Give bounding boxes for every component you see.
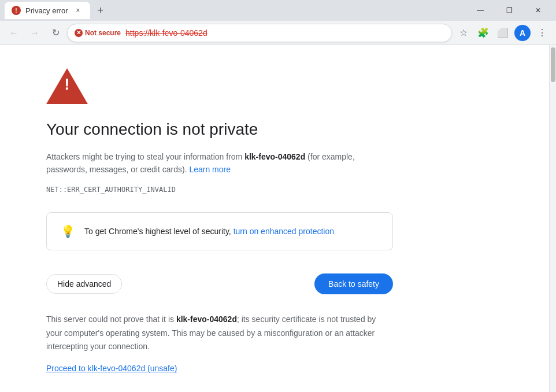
tab-close-button[interactable]: × xyxy=(73,5,83,16)
browser-body: ! Your connection is not private Attacke… xyxy=(0,45,556,392)
scrollbar-track[interactable] xyxy=(549,45,556,392)
window-controls: — ❐ ✕ xyxy=(467,2,551,19)
minimize-button[interactable]: — xyxy=(467,2,494,19)
back-button[interactable]: ← xyxy=(5,24,23,42)
warning-icon: ! xyxy=(46,68,503,106)
enhanced-protection-link[interactable]: turn on enhanced protection xyxy=(233,227,334,236)
title-bar: ! Privacy error × + — ❐ ✕ xyxy=(0,0,556,21)
error-code: NET::ERR_CERT_AUTHORITY_INVALID xyxy=(46,186,503,194)
security-dot-icon: ✕ xyxy=(75,29,83,37)
security-indicator: ✕ Not secure xyxy=(75,29,121,37)
security-suggestion-box: 💡 To get Chrome's highest level of secur… xyxy=(46,212,393,250)
bookmark-button[interactable]: ☆ xyxy=(454,24,473,42)
profile-button[interactable]: A xyxy=(513,24,532,42)
description: Attackers might be trying to steal your … xyxy=(46,150,393,176)
suggestion-before: To get Chrome's highest level of securit… xyxy=(84,227,233,236)
advanced-text: This server could not prove that it is k… xyxy=(46,313,393,354)
main-heading: Your connection is not private xyxy=(46,120,503,139)
scrollbar-thumb[interactable] xyxy=(551,47,555,82)
close-button[interactable]: ✕ xyxy=(525,2,551,19)
profile-avatar: A xyxy=(514,25,531,41)
back-to-safety-button[interactable]: Back to safety xyxy=(314,273,393,294)
url-text: https://klk-fevo-04062d xyxy=(125,28,444,38)
new-tab-button[interactable]: + xyxy=(92,2,109,19)
warning-triangle-icon: ! xyxy=(46,68,88,104)
toolbar-icons: ☆ 🧩 ⬜ A ⋮ xyxy=(454,24,551,42)
suggestion-text: To get Chrome's highest level of securit… xyxy=(84,227,334,236)
description-before: Attackers might be trying to steal your … xyxy=(46,152,244,161)
extensions-button[interactable]: 🧩 xyxy=(474,24,492,42)
active-tab[interactable]: ! Privacy error × xyxy=(5,2,90,19)
security-label: Not secure xyxy=(85,29,121,37)
toolbar: ← → ↻ ✕ Not secure https://klk-fevo-0406… xyxy=(0,21,556,45)
menu-button[interactable]: ⋮ xyxy=(533,24,551,42)
advanced-text-before: This server could not prove that it is xyxy=(46,315,176,324)
hide-advanced-button[interactable]: Hide advanced xyxy=(46,274,122,294)
advanced-site-name: klk-fevo-04062d xyxy=(176,315,237,324)
forward-button[interactable]: → xyxy=(25,24,44,42)
address-bar[interactable]: ✕ Not secure https://klk-fevo-04062d xyxy=(67,24,452,42)
proceed-unsafe-link[interactable]: Proceed to klk-fevo-04062d (unsafe) xyxy=(46,364,177,373)
refresh-button[interactable]: ↻ xyxy=(46,24,65,42)
learn-more-link[interactable]: Learn more xyxy=(189,165,231,174)
tab-strip: ! Privacy error × + xyxy=(5,0,462,21)
lightbulb-icon: 💡 xyxy=(61,224,75,238)
page-content: ! Your connection is not private Attacke… xyxy=(0,45,549,392)
tab-title: Privacy error xyxy=(25,6,68,15)
maximize-button[interactable]: ❐ xyxy=(496,2,522,19)
site-name-bold: klk-fevo-04062d xyxy=(244,152,305,161)
actions-row: Hide advanced Back to safety xyxy=(46,273,393,294)
tab-favicon: ! xyxy=(12,6,21,15)
split-view-button[interactable]: ⬜ xyxy=(494,24,512,42)
